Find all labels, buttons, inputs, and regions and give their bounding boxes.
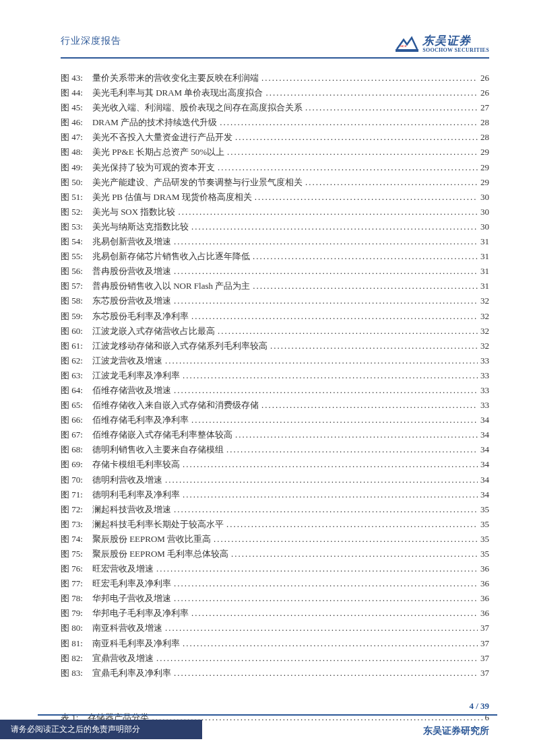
toc-item-page: 33 [480, 368, 489, 383]
toc-leader-dots [253, 249, 478, 264]
toc-item-title: 德明利销售收入主要来自存储模组 [92, 442, 224, 457]
toc-item-page: 35 [480, 532, 489, 547]
toc-item-page: 37 [480, 651, 489, 666]
toc-item-title: 聚辰股份 EEPROM 营收比重高 [92, 532, 211, 547]
toc-leader-dots [174, 264, 478, 279]
logo-icon: SCS [396, 36, 418, 53]
toc-item-title: 美光毛利率与其 DRAM 单价表现出高度拟合 [92, 85, 263, 100]
toc-leader-dots [261, 71, 478, 85]
toc-item: 图 51:美光 PB 估值与 DRAM 现货价格高度相关30 [61, 190, 489, 205]
toc-leader-dots [174, 383, 478, 398]
toc-item-number: 图 59: [61, 309, 83, 324]
toc-item-number: 图 66: [61, 413, 83, 427]
toc-item-title: 美光不吝投入大量资金进行产品开发 [92, 130, 232, 145]
toc-item-number: 图 58: [61, 294, 83, 308]
toc-item-title: 华邦电子毛利率及净利率 [92, 606, 189, 621]
toc-item-number: 图 70: [61, 473, 83, 487]
toc-item-title: 美光与纳斯达克指数比较 [92, 219, 189, 234]
toc-leader-dots [165, 621, 478, 635]
toc-item-title: 南亚科营收及增速 [92, 621, 162, 635]
toc-item-page: 35 [480, 547, 489, 561]
page-number: 4 / 39 [0, 701, 535, 712]
toc-item: 图 65:佰维存储收入来自嵌入式存储和消费级存储33 [61, 398, 489, 413]
toc-item: 图 57:普冉股份销售收入以 NOR Flash 产品为主31 [61, 279, 489, 294]
toc-item: 图 50:美光产能建设、产品研发的节奏调整与行业景气度相关29 [61, 175, 489, 190]
toc-item-page: 34 [480, 427, 489, 442]
toc-item: 图 61:江波龙移动存储和嵌入式存储系列毛利率较高32 [61, 339, 489, 353]
toc-item: 图 62:江波龙营收及增速33 [61, 353, 489, 368]
toc-item: 图 75:聚辰股份 EEPROM 毛利率总体较高35 [61, 547, 489, 561]
toc-item-page: 33 [480, 398, 489, 413]
toc-leader-dots [165, 473, 478, 487]
toc-item-title: 美光与 SOX 指数比较 [92, 205, 176, 219]
toc-leader-dots [218, 160, 478, 175]
toc-item-number: 图 57: [61, 279, 83, 294]
toc-leader-dots [255, 190, 478, 205]
toc-leader-dots [174, 234, 478, 249]
toc-item-number: 图 67: [61, 427, 83, 442]
toc-leader-dots [174, 666, 478, 681]
toc-leader-dots [231, 547, 478, 561]
toc-leader-dots [226, 442, 478, 457]
toc-item-title: 德明利毛利率及净利率 [92, 487, 180, 502]
toc-item-number: 图 54: [61, 234, 83, 249]
toc-item-page: 36 [480, 561, 489, 576]
toc-item: 图 66:佰维存储毛利率及净利率34 [61, 413, 489, 427]
toc-item-page: 31 [480, 264, 489, 279]
toc-item-page: 37 [480, 666, 489, 681]
toc-item-number: 图 53: [61, 219, 83, 234]
toc-item-title: 江波龙移动存储和嵌入式存储系列毛利率较高 [92, 339, 268, 353]
toc-item: 图 64:佰维存储营收及增速33 [61, 383, 489, 398]
toc-item-title: 佰维存储营收及增速 [92, 383, 171, 398]
toc-item-number: 图 74: [61, 532, 83, 547]
toc-item-page: 37 [480, 621, 489, 635]
toc-leader-dots [218, 324, 478, 339]
toc-item: 图 60:江波龙嵌入式存储营收占比最高32 [61, 324, 489, 339]
toc-item-number: 图 68: [61, 442, 83, 457]
toc-item: 图 77:旺宏毛利率及净利率36 [61, 576, 489, 591]
toc-leader-dots [183, 368, 478, 383]
toc-item-number: 图 73: [61, 517, 83, 532]
toc-item: 图 82:宜鼎营收及增速37 [61, 651, 489, 666]
toc-item-page: 29 [480, 145, 489, 160]
toc-leader-dots [214, 532, 478, 547]
page-header: 行业深度报告 SCS 东吴证券 SOOCHOW SECURITIES [61, 35, 489, 53]
toc-item-page: 26 [480, 85, 489, 100]
toc-item-title: 量价关系带来的营收变化主要反映在利润端 [92, 71, 259, 85]
footer-org: 东吴证券研究所 [423, 725, 489, 737]
toc-leader-dots [235, 427, 478, 442]
toc-item-number: 图 62: [61, 353, 83, 368]
toc-item-page: 34 [480, 487, 489, 502]
toc-item-title: DRAM 产品的技术持续迭代升级 [92, 115, 217, 130]
toc-item-number: 图 83: [61, 666, 83, 681]
toc-item: 图 54:兆易创新营收及增速31 [61, 234, 489, 249]
toc-item-title: 澜起科技营收及增速 [92, 502, 171, 517]
toc-item-page: 34 [480, 413, 489, 427]
toc-item: 图 63:江波龙毛利率及净利率33 [61, 368, 489, 383]
toc-item-page: 35 [480, 517, 489, 532]
svg-text:SCS: SCS [400, 44, 406, 48]
header-rule [61, 57, 489, 59]
toc-item: 图 67:佰维存储嵌入式存储毛利率整体较高34 [61, 427, 489, 442]
toc-leader-dots [183, 487, 478, 502]
toc-item: 图 49:美光保持了较为可观的资本开支29 [61, 160, 489, 175]
toc-item-number: 图 65: [61, 398, 83, 413]
toc-item-page: 29 [480, 160, 489, 175]
toc-leader-dots [235, 130, 478, 145]
toc-item-number: 图 46: [61, 115, 83, 130]
footer-rule [38, 714, 497, 716]
toc-item-number: 图 43: [61, 71, 83, 85]
svg-rect-0 [396, 49, 418, 52]
toc-item-number: 图 69: [61, 457, 83, 472]
toc-item-title: 兆易创新营收及增速 [92, 234, 171, 249]
toc-item: 图 72:澜起科技营收及增速35 [61, 502, 489, 517]
toc-item-title: 华邦电子营收及增速 [92, 591, 171, 606]
toc-leader-dots [191, 413, 478, 427]
toc-item-page: 32 [480, 339, 489, 353]
toc-item-page: 30 [480, 205, 489, 219]
toc-item-title: 普冉股份营收及增速 [92, 264, 171, 279]
toc-item-number: 图 63: [61, 368, 83, 383]
toc-item-number: 图 55: [61, 249, 83, 264]
toc-leader-dots [191, 309, 478, 324]
toc-item-page: 32 [480, 309, 489, 324]
